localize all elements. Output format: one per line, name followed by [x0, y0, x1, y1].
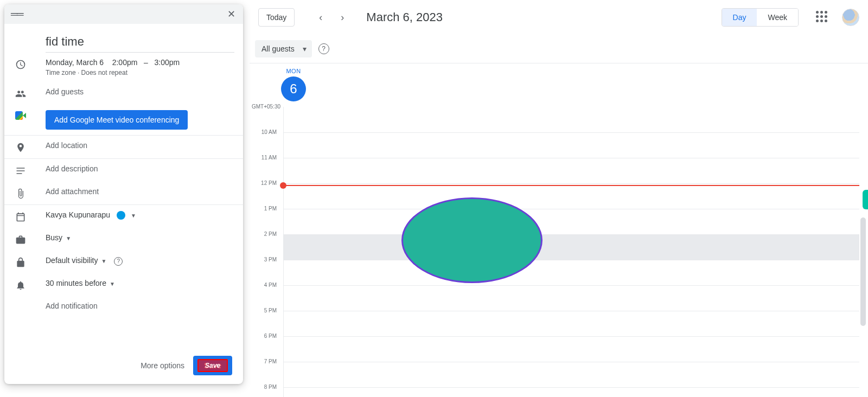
add-location-field[interactable]: Add location [46, 141, 234, 150]
chevron-down-icon: ▼ [66, 235, 71, 241]
view-week-button[interactable]: Week [757, 9, 798, 26]
event-date[interactable]: Monday, March 6 [46, 58, 104, 67]
add-notification-button[interactable]: Add notification [46, 302, 234, 310]
calendar-icon [15, 210, 46, 222]
chevron-down-icon: ▼ [110, 281, 115, 287]
annotation-save-highlight: Save [197, 359, 228, 372]
bell-icon [15, 279, 46, 291]
add-attachment-field[interactable]: Add attachment [46, 187, 234, 196]
day-header: MON 6 [250, 63, 868, 104]
hour-label: 6 PM [250, 333, 281, 339]
timezone-repeat-text[interactable]: Time zone · Does not repeat [46, 69, 234, 76]
hour-label: 3 PM [250, 257, 281, 262]
view-day-button[interactable]: Day [722, 9, 757, 26]
current-time-indicator [281, 185, 859, 186]
current-date-title: March 6, 2023 [366, 10, 443, 24]
calendar-color-dot [117, 211, 125, 220]
guests-icon [15, 87, 46, 99]
save-button[interactable]: Save Save [193, 356, 232, 375]
apps-grid-icon[interactable] [816, 11, 829, 24]
hour-label: 2 PM [250, 231, 281, 237]
more-options-button[interactable]: More options [141, 361, 184, 370]
filter-bar: All guests ? [250, 35, 868, 63]
lock-icon [15, 256, 46, 268]
meet-icon [15, 110, 46, 120]
time-grid[interactable]: GMT+05:30 10 AM11 AM12 PM1 PM2 PM3 PM4 P… [250, 104, 868, 397]
prev-period-button[interactable]: ‹ [312, 9, 329, 26]
account-avatar[interactable] [842, 9, 859, 26]
hour-label: 8 PM [250, 384, 281, 390]
today-button[interactable]: Today [258, 8, 295, 27]
briefcase-icon [15, 233, 46, 245]
add-meet-button[interactable]: Add Google Meet video conferencing [46, 110, 188, 130]
hour-label: 10 AM [250, 129, 281, 135]
hour-label: 11 AM [250, 155, 281, 161]
day-of-week-label: MON [281, 68, 306, 74]
calendar-owner-select[interactable]: Kavya Kupunarapu ▼ [46, 210, 234, 220]
help-icon[interactable]: ? [318, 43, 329, 54]
hour-label: 4 PM [250, 282, 281, 288]
close-icon[interactable]: ✕ [224, 7, 239, 22]
event-end-time[interactable]: 3:00pm [155, 58, 180, 67]
panel-header: ══ ✕ [4, 4, 243, 24]
help-icon[interactable]: ? [114, 257, 123, 266]
visibility-select[interactable]: Default visibility▼ ? [46, 256, 234, 266]
side-panel-tab[interactable] [863, 190, 868, 209]
location-icon [15, 141, 46, 153]
hour-label: 12 PM [250, 180, 281, 186]
reminder-select[interactable]: 30 minutes before▼ [46, 279, 234, 287]
topbar: Today ‹ › March 6, 2023 Day Week [250, 0, 868, 35]
add-guests-field[interactable]: Add guests [46, 87, 234, 96]
next-period-button[interactable]: › [334, 9, 351, 26]
availability-select[interactable]: Busy▼ [46, 233, 234, 242]
clock-icon [15, 58, 46, 70]
drag-handle-icon[interactable]: ══ [11, 9, 23, 20]
annotation-ellipse [401, 197, 542, 283]
chevron-down-icon: ▼ [131, 213, 136, 219]
day-number-badge[interactable]: 6 [281, 76, 306, 101]
view-switcher: Day Week [722, 8, 799, 27]
event-edit-panel: ══ ✕ Monday, March 6 2:00pm – 3:00pm Tim… [4, 4, 243, 384]
hour-label: 7 PM [250, 358, 281, 364]
scrollbar-thumb[interactable] [860, 217, 866, 326]
event-start-time[interactable]: 2:00pm [112, 58, 138, 67]
chevron-down-icon: ▼ [101, 258, 106, 264]
hour-label: 5 PM [250, 308, 281, 313]
attachment-icon [15, 187, 46, 199]
event-title-input[interactable] [46, 30, 234, 53]
hour-label: 1 PM [250, 206, 281, 212]
add-description-field[interactable]: Add description [46, 164, 234, 173]
description-icon [15, 164, 46, 176]
calendar-main: Today ‹ › March 6, 2023 Day Week All gue… [250, 0, 868, 397]
owner-name: Kavya Kupunarapu [46, 210, 110, 219]
new-event-slot[interactable] [284, 234, 859, 260]
guest-filter-dropdown[interactable]: All guests [255, 40, 312, 57]
